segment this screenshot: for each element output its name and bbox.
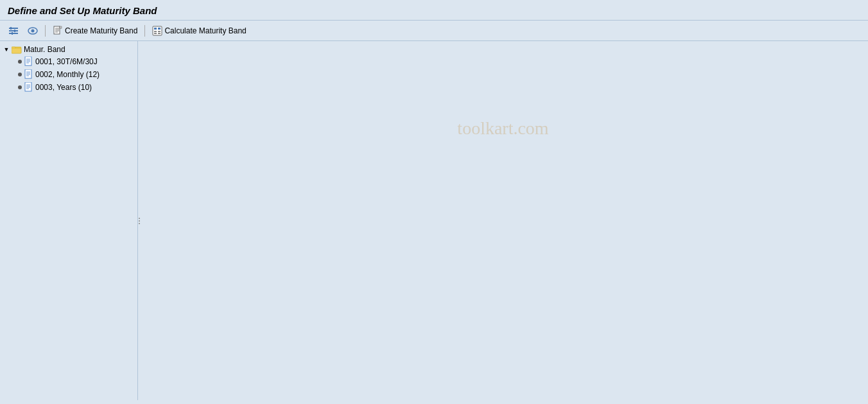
tree-root-label: Matur. Band [24,45,65,54]
customize-button[interactable] [5,24,22,37]
svg-rect-30 [25,69,31,78]
calculate-icon [152,26,162,36]
panel-resize-handle[interactable] [138,215,141,227]
resize-dot-1 [139,218,140,219]
tree-item-3[interactable]: 0003, Years (10) [0,81,137,94]
calculate-maturity-band-button[interactable]: Calculate Maturity Band [149,24,249,37]
resize-dot-3 [139,223,140,224]
toolbar-separator-2 [144,25,145,37]
svg-rect-4 [14,30,15,32]
page-title: Define and Set Up Maturity Band [0,0,868,21]
calculate-label-text: Calculate Maturity Band [164,26,246,35]
svg-rect-2 [9,33,18,34]
customize-icon [8,26,19,36]
bullet-3 [18,85,22,89]
page-title-text: Define and Set Up Maturity Band [8,5,157,16]
watermark-text: toolkart.com [457,118,548,139]
svg-rect-20 [154,33,157,34]
toolbar-separator-1 [45,25,46,37]
svg-rect-17 [158,28,161,30]
content-area: ▼ Matur. Band [0,41,868,400]
display-icon [28,26,38,36]
folder-icon [12,45,22,54]
svg-rect-5 [12,32,13,35]
svg-rect-25 [25,57,31,66]
doc-icon-1 [24,57,33,67]
tree-item-2-label: 0002, Monthly (12) [35,70,100,79]
svg-rect-24 [12,48,21,53]
svg-rect-35 [25,82,31,91]
tree-toggle-arrow[interactable]: ▼ [3,46,10,53]
doc-icon-2 [24,69,33,80]
create-label-text: Create Maturity Band [65,26,137,35]
create-doc-icon [53,26,63,36]
tree-panel: ▼ Matur. Band [0,41,138,400]
main-detail-panel: toolkart.com [138,41,868,400]
bullet-1 [18,60,22,64]
tree-item-1-label: 0001, 30T/6M/30J [35,57,98,66]
svg-rect-19 [158,31,161,32]
resize-dot-2 [139,220,140,222]
create-maturity-band-button[interactable]: Create Maturity Band [49,24,141,37]
doc-icon-3 [24,82,33,92]
toolbar: Create Maturity Band Calculate Maturity … [0,21,868,41]
svg-rect-8 [54,26,60,34]
svg-rect-21 [158,33,161,34]
svg-rect-14 [60,26,62,28]
tree-item-1[interactable]: 0001, 30T/6M/30J [0,55,137,68]
tree-item-2[interactable]: 0002, Monthly (12) [0,68,137,81]
svg-rect-18 [154,31,157,32]
bullet-2 [18,73,22,76]
tree-item-3-label: 0003, Years (10) [35,83,92,92]
display-button[interactable] [24,24,41,37]
svg-rect-16 [154,28,157,30]
svg-rect-3 [10,27,12,30]
svg-rect-1 [9,30,18,31]
tree-root-node[interactable]: ▼ Matur. Band [0,44,137,55]
svg-point-7 [31,29,35,32]
